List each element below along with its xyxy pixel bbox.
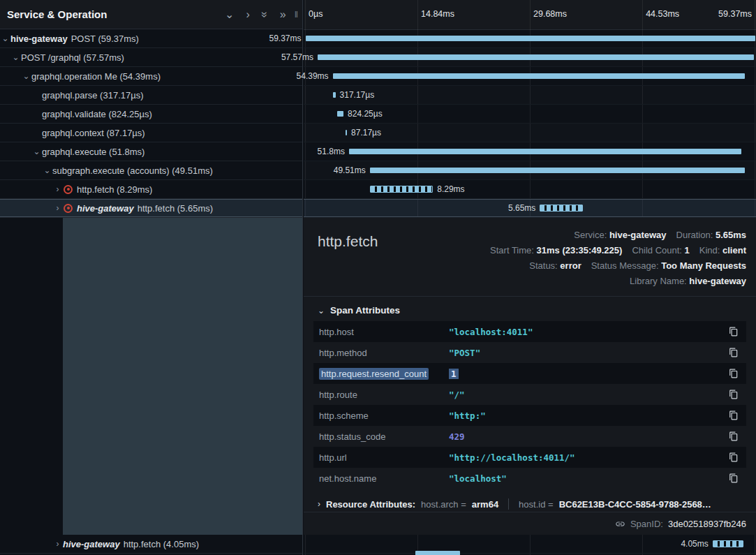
attribute-key: http.route xyxy=(319,390,449,400)
span-tree-header: Service & Operation ⌄›»» ‖ xyxy=(0,0,302,29)
double-chevron-down-icon[interactable]: » xyxy=(259,11,270,17)
chevron-right-icon[interactable]: › xyxy=(52,185,63,193)
copy-icon[interactable] xyxy=(727,346,741,360)
double-chevron-right-icon[interactable]: » xyxy=(280,9,286,20)
span-name: POST (59.37ms) xyxy=(71,34,139,44)
copy-icon[interactable] xyxy=(727,471,741,485)
span-row[interactable]: ›http.fetch (8.29ms) xyxy=(0,180,302,199)
span-bar[interactable] xyxy=(318,54,754,60)
attribute-value: "http://localhost:4011/" xyxy=(449,452,727,463)
tick-label: 59.37ms xyxy=(718,9,752,19)
detail-meta-pair: Library Name: hive-gateway xyxy=(630,276,746,286)
chevron-down-icon[interactable]: ⌄ xyxy=(21,72,31,80)
attribute-key: http.request.resend_count xyxy=(319,369,449,379)
span-timeline-row: 8.29ms xyxy=(304,180,756,199)
span-row[interactable]: graphql.parse (317.17µs) xyxy=(0,86,302,105)
attribute-value: "http:" xyxy=(449,410,727,421)
span-bar[interactable] xyxy=(333,73,745,79)
detail-meta-value: Too Many Requests xyxy=(661,260,746,271)
detail-meta-line: Status: errorStatus Message: Too Many Re… xyxy=(490,258,746,274)
span-name: graphql.parse (317.17µs) xyxy=(42,90,144,101)
resource-attribute-key: host.id = xyxy=(519,499,554,510)
service-name: hive-gateway xyxy=(77,203,134,214)
span-name: graphql.execute (51.8ms) xyxy=(42,147,144,157)
chevron-right-icon[interactable]: › xyxy=(246,9,249,20)
bar-duration-label: 59.37ms xyxy=(269,34,302,43)
attribute-value: 429 xyxy=(449,431,727,442)
span-name: graphql.operation Me (54.39ms) xyxy=(31,71,161,82)
copy-icon[interactable] xyxy=(727,429,741,443)
span-row[interactable]: graphql.context (87.17µs) xyxy=(0,124,302,142)
span-row[interactable]: ⌄graphql.execute (51.8ms) xyxy=(0,142,302,161)
tick-label: 0µs xyxy=(309,9,323,19)
bar-duration-label: 49.51ms xyxy=(334,165,366,175)
detail-meta-pair: Status Message: Too Many Requests xyxy=(591,260,746,271)
detail-meta-pair: Child Count: 1 xyxy=(632,245,689,256)
copy-icon[interactable] xyxy=(727,450,741,464)
span-bar[interactable] xyxy=(337,111,343,117)
span-timeline-row: 49.51ms xyxy=(304,161,756,180)
span-row[interactable]: ⌄subgraph.execute (accounts) (49.51ms) xyxy=(0,161,302,180)
detail-meta-value: hive-gateway xyxy=(609,230,667,240)
span-bar[interactable] xyxy=(370,168,745,173)
detail-meta-pair: Service: hive-gateway xyxy=(574,230,666,240)
attribute-key: http.host xyxy=(319,327,449,337)
span-bar[interactable] xyxy=(540,205,582,212)
chevron-down-icon[interactable]: ⌄ xyxy=(31,147,42,156)
detail-meta-value: 31ms (23:35:49.225) xyxy=(537,245,623,256)
detail-meta: Service: hive-gatewayDuration: 5.65msSta… xyxy=(490,228,746,289)
detail-meta-pair: Start Time: 31ms (23:35:49.225) xyxy=(490,245,622,256)
span-row[interactable]: ›hive-gatewayhttp.fetch (5.65ms) xyxy=(0,199,302,218)
left-toolbar: ⌄›»» xyxy=(225,9,286,20)
attribute-row: http.url"http://localhost:4011/" xyxy=(313,447,746,468)
panel-title: Service & Operation xyxy=(7,8,107,20)
span-tree-panel: Service & Operation ⌄›»» ‖ ⌄hive-gateway… xyxy=(0,0,303,555)
span-bar[interactable] xyxy=(415,551,460,555)
resource-attributes-row[interactable]: › Resource Attributes: host.arch = arm64… xyxy=(304,489,756,510)
detail-meta-label: Status Message: xyxy=(591,260,661,271)
chevron-down-icon[interactable]: ⌄ xyxy=(42,166,52,175)
span-name: graphql.validate (824.25µs) xyxy=(42,109,152,119)
attribute-row: http.host"localhost:4011" xyxy=(313,321,746,342)
attribute-row: http.request.resend_count1 xyxy=(313,363,746,384)
link-icon[interactable] xyxy=(615,519,625,529)
copy-icon[interactable] xyxy=(727,325,741,339)
attribute-row: http.route"/" xyxy=(313,384,746,405)
span-bar[interactable] xyxy=(346,130,347,135)
copy-icon[interactable] xyxy=(727,387,741,401)
service-name: hive-gateway xyxy=(10,34,68,44)
span-row[interactable]: ›hive-gatewayhttp.fetch (4.05ms) xyxy=(0,535,302,554)
panel-resize-handle[interactable]: ‖ xyxy=(295,9,298,20)
span-bar[interactable] xyxy=(349,149,741,154)
resource-attribute-value: BC62E13B-C4CC-5854-9788-2568… xyxy=(559,499,711,510)
copy-icon[interactable] xyxy=(727,408,741,422)
span-timeline-row: 54.39ms xyxy=(304,67,756,86)
attribute-value: "localhost:4011" xyxy=(449,327,727,337)
span-row[interactable]: ⌄hive-gatewayPOST (59.37ms) xyxy=(0,29,302,48)
copy-icon[interactable] xyxy=(727,367,741,380)
chevron-down-icon[interactable]: ⌄ xyxy=(10,53,21,61)
span-row[interactable]: graphql.validate (824.25µs) xyxy=(0,105,302,124)
span-row[interactable]: ⌄POST /graphql (57.57ms) xyxy=(0,48,302,67)
span-bar[interactable] xyxy=(333,92,335,98)
attribute-row: http.scheme"http:" xyxy=(313,405,746,426)
text-selection: http.request.resend_count xyxy=(319,368,429,380)
span-row[interactable]: ⌄graphql.operation Me (54.39ms) xyxy=(0,67,302,86)
detail-meta-line: Start Time: 31ms (23:35:49.225)Child Cou… xyxy=(490,243,746,258)
text-selection: 1 xyxy=(449,369,459,379)
detail-meta-pair: Kind: client xyxy=(699,245,746,256)
span-bar[interactable] xyxy=(370,186,433,193)
chevron-down-icon[interactable]: ⌄ xyxy=(225,9,234,20)
chevron-down-icon[interactable]: ⌄ xyxy=(0,34,10,43)
span-id-label: SpanID: xyxy=(630,519,663,529)
span-attributes-header[interactable]: ⌄ Span Attributes xyxy=(304,297,756,321)
chevron-right-icon[interactable]: › xyxy=(52,204,63,212)
tick-label: 44.53ms xyxy=(646,9,679,19)
span-bar[interactable] xyxy=(306,36,755,41)
span-timeline-row: 317.17µs xyxy=(304,86,756,105)
detail-meta-value: 5.65ms xyxy=(716,230,746,240)
span-name: subgraph.execute (accounts) (49.51ms) xyxy=(52,165,213,176)
chevron-right-icon[interactable]: › xyxy=(52,540,63,548)
span-detail-panel: http.fetch Service: hive-gatewayDuration… xyxy=(304,218,756,535)
timeline-panel: 0µs14.84ms29.68ms44.53ms59.37ms 59.37ms5… xyxy=(304,0,756,555)
